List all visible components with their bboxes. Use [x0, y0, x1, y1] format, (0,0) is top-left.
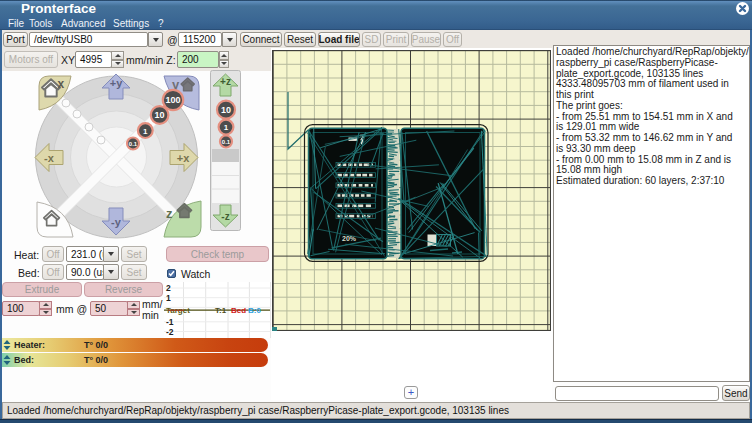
- svg-text:1: 1: [224, 123, 229, 132]
- svg-text:+y: +y: [110, 77, 123, 89]
- svg-text:x: x: [58, 77, 65, 91]
- svg-text:-1: -1: [166, 317, 174, 327]
- svg-text:T:1: T:1: [215, 306, 227, 315]
- svg-text:z: z: [166, 206, 173, 221]
- svg-text:10: 10: [155, 110, 165, 120]
- svg-text:10: 10: [221, 105, 231, 115]
- svg-text:Bed: Bed: [231, 306, 246, 315]
- svg-text:+x: +x: [177, 152, 190, 164]
- svg-text:1: 1: [166, 293, 171, 303]
- svg-text:-z: -z: [221, 211, 229, 222]
- svg-text:100: 100: [165, 95, 180, 105]
- svg-text:-2: -2: [166, 327, 174, 337]
- svg-text:+z: +z: [220, 76, 231, 87]
- svg-text:B:0: B:0: [248, 306, 261, 315]
- svg-text:0.1: 0.1: [129, 141, 138, 147]
- svg-text:0.1: 0.1: [222, 139, 231, 145]
- svg-text:2: 2: [166, 283, 171, 293]
- svg-text:-x: -x: [44, 152, 55, 164]
- svg-text:1: 1: [143, 127, 148, 136]
- svg-text:-y: -y: [111, 216, 122, 228]
